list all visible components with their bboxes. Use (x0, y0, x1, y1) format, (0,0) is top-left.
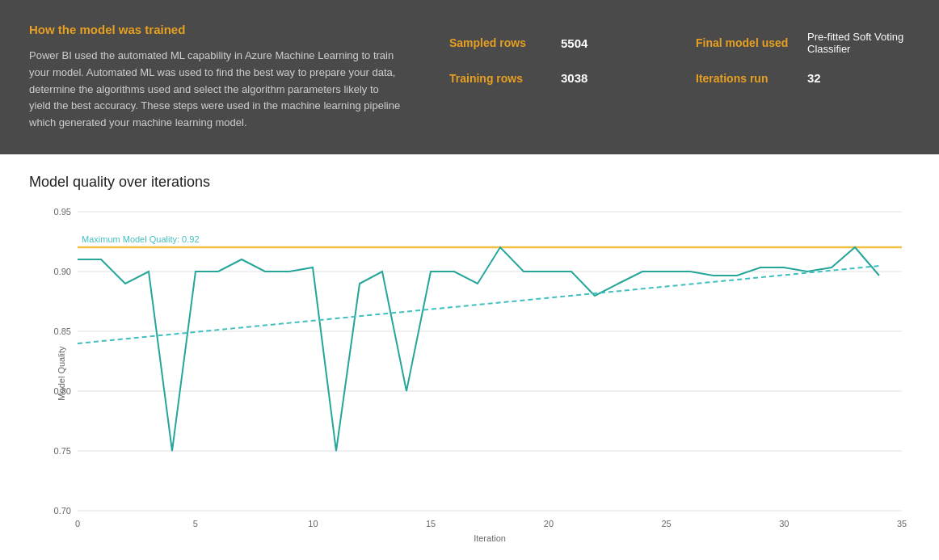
stat-value-training-rows: 3038 (561, 71, 587, 85)
header-stats: Sampled rows 5504 Final model used Pre-f… (449, 23, 910, 85)
chart-section: Model quality over iterations Model Qual… (0, 154, 939, 559)
stat-value-iterations-run: 32 (807, 71, 821, 85)
stat-iterations-run: Iterations run 32 (696, 71, 910, 85)
stat-label-sampled-rows: Sampled rows (449, 36, 546, 49)
stat-training-rows: Training rows 3038 (449, 71, 663, 85)
svg-text:30: 30 (779, 519, 789, 528)
stat-label-iterations-run: Iterations run (696, 72, 793, 85)
svg-text:35: 35 (897, 519, 907, 528)
y-axis-label: Model Quality (57, 346, 66, 400)
header-text: How the model was trained Power BI used … (29, 23, 401, 132)
svg-text:0.85: 0.85 (54, 326, 71, 336)
svg-text:0.95: 0.95 (54, 207, 71, 217)
x-axis-label: Iteration (474, 533, 506, 543)
svg-text:0.75: 0.75 (54, 446, 71, 456)
svg-text:0: 0 (75, 519, 80, 528)
trend-line (78, 266, 879, 343)
stat-label-final-model: Final model used (696, 36, 793, 49)
svg-text:20: 20 (544, 519, 554, 528)
svg-text:0.70: 0.70 (54, 506, 71, 516)
stat-value-final-model: Pre-fitted Soft Voting Classifier (807, 31, 910, 55)
quality-polyline (78, 247, 879, 451)
svg-text:15: 15 (426, 519, 436, 528)
stat-value-sampled-rows: 5504 (561, 36, 587, 50)
chart-container: Model Quality .grid-line { stroke: #e0e0… (29, 204, 910, 543)
stat-label-training-rows: Training rows (449, 72, 546, 85)
header-section: How the model was trained Power BI used … (0, 0, 939, 154)
max-quality-label: Maximum Model Quality: 0.92 (82, 234, 200, 244)
header-description: Power BI used the automated ML capabilit… (29, 48, 401, 132)
svg-text:10: 10 (308, 519, 318, 528)
chart-title: Model quality over iterations (29, 174, 910, 191)
stat-final-model: Final model used Pre-fitted Soft Voting … (696, 31, 910, 55)
svg-text:25: 25 (661, 519, 671, 528)
quality-chart: .grid-line { stroke: #e0e0e0; stroke-wid… (29, 204, 910, 543)
svg-text:5: 5 (193, 519, 198, 528)
header-title: How the model was trained (29, 23, 401, 36)
stat-sampled-rows: Sampled rows 5504 (449, 36, 663, 50)
svg-text:0.90: 0.90 (54, 267, 71, 276)
